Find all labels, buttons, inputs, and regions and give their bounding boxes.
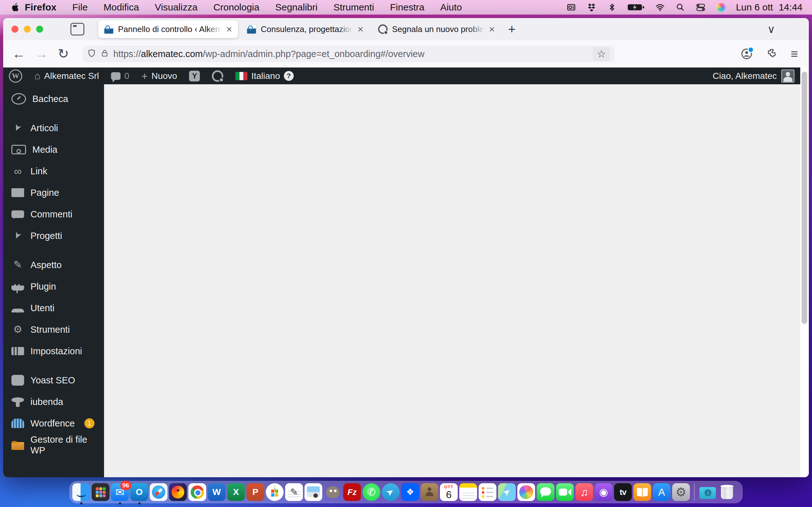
menu-item[interactable]: Strumenti <box>334 2 374 13</box>
dock-icon[interactable]: ✉ 96 <box>111 483 129 501</box>
sidebar-item[interactable]: Pagine <box>3 182 104 204</box>
sidebar-item[interactable]: Utenti <box>3 297 104 319</box>
close-window-button[interactable] <box>11 26 18 33</box>
site-name-menu[interactable]: ⌂ Alkematec Srl <box>34 70 99 82</box>
firefox-view-icon[interactable] <box>70 23 84 36</box>
tab-close-icon[interactable]: × <box>357 24 363 34</box>
dock-icon[interactable] <box>556 483 574 501</box>
menu-bar-clock[interactable]: Lun 6 ott 14:44 <box>736 2 803 13</box>
dock-icon[interactable] <box>537 483 554 501</box>
browser-tab[interactable]: Segnala un nuovo problema - W × <box>372 20 501 38</box>
dock-icon[interactable]: OTT 6 <box>440 483 458 501</box>
menu-item[interactable]: Cronologia <box>213 2 259 13</box>
app-menu-icon[interactable]: ≡ <box>791 47 798 61</box>
forward-button[interactable]: → <box>35 47 48 60</box>
wifi-icon[interactable] <box>655 2 665 13</box>
dock-icon[interactable]: Fz <box>343 483 361 501</box>
tracking-protection-shield-icon[interactable] <box>87 49 96 59</box>
dock-icon[interactable] <box>633 483 651 501</box>
tab-close-icon[interactable]: × <box>226 24 232 34</box>
scrollbar-thumb[interactable] <box>802 72 807 324</box>
menu-item[interactable]: File <box>72 2 88 13</box>
browser-tab[interactable]: Consulenza, progettazione, pro × <box>241 20 369 38</box>
dock-icon[interactable] <box>150 483 167 501</box>
sidebar-item[interactable]: Gestore di file WP <box>3 434 104 456</box>
dock-icon[interactable] <box>420 483 438 501</box>
dock-icon[interactable] <box>92 483 109 501</box>
sidebar-item[interactable]: Yoast SEO <box>3 370 104 391</box>
sidebar-item[interactable]: Strumenti <box>3 319 104 340</box>
dock-icon[interactable]: ✆ <box>362 483 380 501</box>
dock-icon[interactable] <box>266 483 284 501</box>
menu-item[interactable]: Modifica <box>103 2 139 13</box>
url-text[interactable]: https://alkematec.com/wp-admin/admin.php… <box>113 49 589 59</box>
menu-item[interactable]: Finestra <box>390 2 424 13</box>
sidebar-item[interactable]: Commenti <box>3 204 104 225</box>
my-account-menu[interactable]: Ciao, Alkematec <box>713 69 795 83</box>
dock-icon[interactable]: ⚙ <box>672 483 690 501</box>
lock-icon[interactable] <box>101 49 109 59</box>
sidebar-item[interactable]: iubenda <box>3 391 104 412</box>
dock-icon[interactable]: X <box>227 483 245 501</box>
dock-icon[interactable] <box>169 483 187 501</box>
sidebar-item[interactable]: Aspetto <box>3 254 104 276</box>
language-menu[interactable]: Italiano ? <box>235 71 293 81</box>
dock-icon[interactable]: ❖ <box>401 483 419 501</box>
menu-item[interactable]: Aiuto <box>440 2 462 13</box>
dock-icon[interactable]: tv <box>614 483 632 501</box>
dock-icon[interactable]: ◉ <box>595 483 612 501</box>
browser-tab[interactable]: Pannello di controllo ‹ Alkemate × <box>98 20 238 38</box>
sidebar-item[interactable]: Articoli <box>3 117 104 139</box>
zoom-window-button[interactable] <box>36 26 43 33</box>
dock-icon[interactable]: ✎ <box>285 483 303 501</box>
spotlight-icon[interactable] <box>675 2 686 13</box>
wp-logo-menu[interactable]: W <box>9 69 22 83</box>
dock-icon[interactable] <box>718 483 736 501</box>
dock-icon[interactable] <box>189 483 206 501</box>
dock-icon[interactable] <box>305 483 322 501</box>
apple-logo-icon[interactable] <box>9 2 20 13</box>
extensions-icon[interactable] <box>766 48 777 60</box>
dock-icon[interactable] <box>694 484 695 501</box>
dock-icon[interactable]: A <box>653 483 670 501</box>
bluetooth-icon[interactable] <box>606 2 617 13</box>
dock-icon[interactable] <box>699 483 716 501</box>
menu-item[interactable]: Firefox <box>25 2 56 13</box>
dock-icon[interactable]: W <box>208 483 225 501</box>
dock-icon[interactable] <box>478 483 496 501</box>
outlook-icon[interactable] <box>566 2 577 13</box>
menu-item[interactable]: Visualizza <box>155 2 198 13</box>
new-tab-button[interactable]: + <box>508 23 515 36</box>
sidebar-item[interactable]: Plugin <box>3 276 104 297</box>
control-center-icon[interactable] <box>695 2 706 13</box>
dock-icon[interactable]: ♫ <box>575 483 593 501</box>
minimize-window-button[interactable] <box>24 26 31 33</box>
url-bar[interactable]: https://alkematec.com/wp-admin/admin.php… <box>83 46 614 62</box>
dock-icon[interactable] <box>324 483 342 501</box>
dock-icon[interactable]: ➤ <box>498 483 516 501</box>
new-content-menu[interactable]: + Nuovo <box>142 71 177 81</box>
dock-icon[interactable]: P <box>247 483 264 501</box>
firefox-account-icon[interactable] <box>741 48 753 60</box>
sidebar-item[interactable]: Media <box>3 139 104 160</box>
wp-feedback-menu[interactable] <box>212 70 223 82</box>
battery-icon[interactable] <box>627 2 645 13</box>
dock-icon[interactable] <box>72 483 90 501</box>
dropbox-icon[interactable] <box>586 2 597 13</box>
help-icon[interactable]: ? <box>284 71 294 81</box>
menu-item[interactable]: Segnalibri <box>275 2 317 13</box>
scrollbar-track[interactable] <box>800 67 809 477</box>
sidebar-item[interactable]: Impostazioni <box>3 340 104 362</box>
tab-close-icon[interactable]: × <box>489 24 495 34</box>
yoast-seo-menu[interactable]: Y <box>189 71 200 81</box>
dock-icon[interactable] <box>517 483 535 501</box>
sidebar-item[interactable]: Wordfence 1 <box>3 412 104 434</box>
comments-menu[interactable]: 0 <box>111 71 130 81</box>
reload-button[interactable]: ↻ <box>58 47 69 60</box>
dock-icon[interactable]: ➤ <box>382 483 400 501</box>
dock-icon[interactable] <box>459 483 477 501</box>
bookmark-star-button[interactable]: ☆ <box>593 47 610 61</box>
sidebar-item[interactable]: Progetti <box>3 225 104 246</box>
dock-icon[interactable]: O <box>131 483 148 501</box>
siri-icon[interactable] <box>716 2 726 13</box>
